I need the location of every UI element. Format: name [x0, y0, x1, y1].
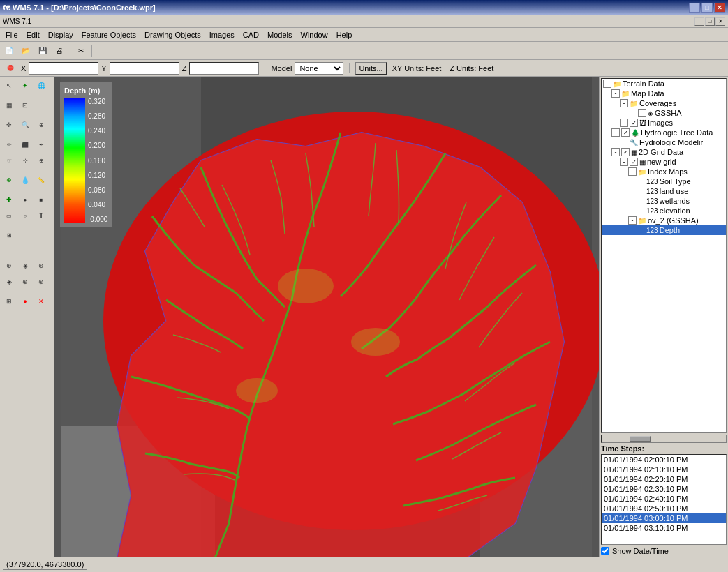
text-tool[interactable]: T — [34, 208, 49, 223]
measure-tool[interactable]: 📏 — [34, 172, 49, 188]
node-tool[interactable]: ✦ — [17, 78, 33, 93]
menu-window[interactable]: Window — [297, 29, 332, 40]
tree-item-hydrotree[interactable]: -🌲Hydrologic Tree Data — [602, 128, 726, 137]
tree-expand-btn[interactable]: - — [611, 128, 620, 137]
tool-e[interactable]: ⊕ — [17, 274, 33, 289]
scrollbar-thumb[interactable] — [630, 436, 651, 442]
tree-checkbox[interactable] — [621, 148, 630, 156]
tool-c[interactable]: ⊛ — [34, 258, 49, 273]
map-area[interactable]: Depth (m) 0.320 0.280 0.240 0.200 0.160 … — [54, 77, 599, 557]
maximize-button[interactable]: □ — [701, 3, 713, 13]
z-input[interactable] — [189, 62, 259, 75]
minimize-button[interactable]: _ — [689, 3, 700, 13]
tree-checkbox[interactable] — [621, 128, 630, 137]
zoom2-tool[interactable]: ⊕ — [34, 117, 49, 133]
time-step-item-4[interactable]: 01/01/1994 02:40:10 PM — [602, 494, 726, 504]
hand-tool[interactable]: ☞ — [1, 153, 17, 168]
tool-h[interactable]: ● — [17, 294, 33, 309]
tree-expand-btn[interactable]: - — [603, 80, 611, 88]
y-input[interactable] — [110, 62, 179, 75]
open-btn[interactable]: 📂 — [18, 43, 34, 59]
menu-models[interactable]: Models — [263, 29, 296, 40]
tree-expand-btn[interactable]: - — [611, 148, 620, 156]
menu-images[interactable]: Images — [205, 29, 239, 40]
time-step-item-5[interactable]: 01/01/1994 02:50:10 PM — [602, 504, 726, 513]
pick-tool[interactable]: ⊹ — [17, 153, 33, 168]
tool-d[interactable]: ◈ — [1, 274, 17, 289]
dot-grid-tool[interactable]: ⊡ — [17, 98, 33, 113]
eraser-tool[interactable]: ⬛ — [17, 137, 33, 152]
inner-minimize[interactable]: _ — [694, 17, 704, 26]
tool-b[interactable]: ◈ — [17, 258, 33, 273]
tree-item-gssha[interactable]: ◈GSSHA — [602, 108, 726, 118]
time-steps-list[interactable]: 01/01/1994 02:00:10 PM01/01/1994 02:10:1… — [601, 454, 727, 545]
cut-btn[interactable]: ✂ — [73, 43, 89, 59]
time-step-item-7[interactable]: 01/01/1994 03:10:10 PM — [602, 523, 726, 533]
menu-help[interactable]: Help — [332, 29, 357, 40]
coord-toolbar-btn[interactable]: ⛔ — [3, 61, 18, 76]
tree-checkbox[interactable] — [630, 119, 638, 127]
time-step-item-2[interactable]: 01/01/1994 02:20:10 PM — [602, 474, 726, 484]
rect-tool[interactable]: ▭ — [1, 208, 17, 223]
save-btn[interactable]: 💾 — [35, 43, 50, 59]
tree-expand-btn[interactable]: - — [620, 158, 628, 166]
units-button[interactable]: Units... — [355, 62, 386, 75]
menu-file[interactable]: File — [1, 29, 22, 40]
select-tool[interactable]: ↖ — [1, 78, 17, 93]
tool-f[interactable]: ⊛ — [34, 274, 49, 289]
square-tool[interactable]: ■ — [34, 192, 49, 207]
tool-i[interactable]: ✕ — [34, 294, 49, 309]
tree-expand-btn[interactable]: - — [620, 119, 628, 127]
snap-tool[interactable]: ⊞ — [1, 227, 17, 243]
tree-item-indexmaps[interactable]: -📁Index Maps — [602, 167, 726, 176]
close-button[interactable]: ✕ — [714, 3, 725, 13]
tree-item-elevation[interactable]: 123elevation — [602, 206, 726, 216]
menu-display[interactable]: Display — [44, 29, 77, 40]
tree-item-landuse[interactable]: 123land use — [602, 186, 726, 196]
time-step-item-0[interactable]: 01/01/1994 02:00:10 PM — [602, 455, 726, 465]
menu-drawing-objects[interactable]: Drawing Objects — [140, 29, 205, 40]
pen-tool[interactable]: ✒ — [34, 137, 49, 152]
menu-feature-objects[interactable]: Feature Objects — [77, 29, 140, 40]
x-input[interactable] — [29, 62, 98, 75]
tool-g[interactable]: ⊞ — [1, 294, 17, 309]
tree-item-depth[interactable]: 123Depth — [602, 225, 726, 235]
time-step-item-3[interactable]: 01/01/1994 02:30:10 PM — [602, 484, 726, 494]
new-btn[interactable]: 📄 — [1, 43, 17, 59]
draw-tool[interactable]: ✏ — [1, 137, 17, 152]
tree-item-terrain[interactable]: -📁Terrain Data — [602, 79, 726, 89]
inner-close[interactable]: ✕ — [715, 17, 725, 26]
tree-item-ov2[interactable]: -📁ov_2 (GSSHA) — [602, 216, 726, 225]
time-step-item-1[interactable]: 01/01/1994 02:10:10 PM — [602, 465, 726, 474]
tree-item-wetlands[interactable]: 123wetlands — [602, 196, 726, 206]
vertex-tool[interactable]: ⊕ — [34, 153, 49, 168]
ellipse-tool[interactable]: ○ — [17, 208, 33, 223]
grid-tool[interactable]: ▦ — [1, 98, 17, 113]
zoom-tool[interactable]: 🔍 — [17, 117, 33, 133]
tree-expand-btn[interactable]: - — [611, 89, 620, 98]
print-btn[interactable]: 🖨 — [52, 43, 67, 59]
time-step-item-6[interactable]: 01/01/1994 03:00:10 PM — [602, 513, 726, 523]
node2-tool[interactable]: ⊕ — [1, 172, 17, 188]
tree-expand-btn[interactable]: - — [628, 216, 637, 225]
model-select[interactable]: None — [295, 62, 343, 75]
tree-item-coverages[interactable]: -📁Coverages — [602, 98, 726, 108]
globe-tool[interactable]: 🌐 — [34, 78, 49, 93]
tree-expand-btn[interactable]: - — [620, 99, 628, 107]
tree-checkbox[interactable] — [638, 109, 646, 117]
tree-view[interactable]: -📁Terrain Data-📁Map Data-📁Coverages◈GSSH… — [601, 78, 727, 433]
tree-item-newgrid[interactable]: -▦new grid — [602, 157, 726, 167]
show-datetime-checkbox[interactable] — [601, 547, 609, 555]
menu-edit[interactable]: Edit — [22, 29, 44, 40]
tree-scrollbar-h[interactable] — [601, 435, 727, 443]
tree-checkbox[interactable] — [630, 158, 638, 166]
inner-maximize[interactable]: □ — [705, 17, 715, 26]
tree-item-hydromodel[interactable]: 🔧Hydrologic Modelir — [602, 137, 726, 147]
tool-a[interactable]: ⊕ — [1, 258, 17, 273]
circle-tool[interactable]: ● — [17, 192, 33, 207]
tree-item-soiltype[interactable]: 123Soil Type — [602, 176, 726, 186]
move-tool[interactable]: ✛ — [1, 117, 17, 133]
tree-expand-btn[interactable]: - — [628, 167, 637, 176]
tree-item-mapdata[interactable]: -📁Map Data — [602, 89, 726, 98]
tree-item-2dgrid[interactable]: -▦2D Grid Data — [602, 147, 726, 157]
